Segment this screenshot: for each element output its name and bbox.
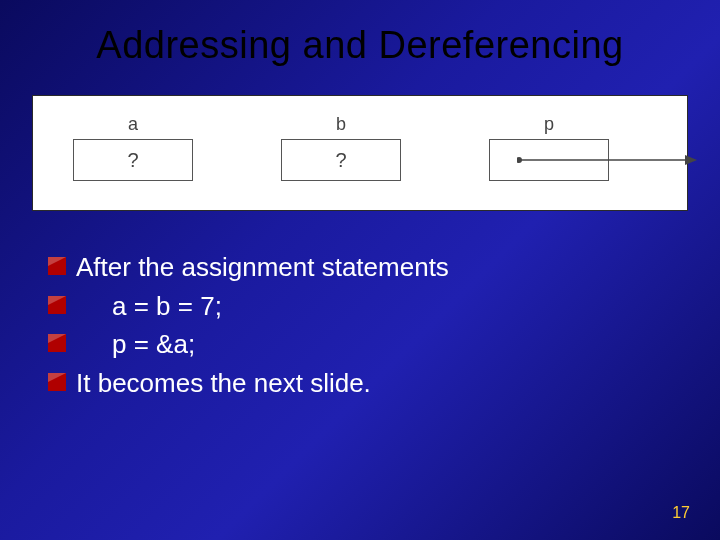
bullet-list: After the assignment statements a = b = …: [48, 251, 680, 399]
pointer-arrow-icon: [517, 154, 697, 174]
bullet-icon: [48, 334, 66, 352]
bullet-icon: [48, 296, 66, 314]
diagram-label-p: p: [489, 114, 609, 135]
svg-marker-2: [685, 155, 697, 165]
bullet-item: p = &a;: [48, 328, 680, 361]
memory-diagram: a ? b ? p: [32, 95, 688, 211]
diagram-box-b: ?: [281, 139, 401, 181]
bullet-icon: [48, 257, 66, 275]
page-number: 17: [672, 504, 690, 522]
slide-title: Addressing and Dereferencing: [0, 0, 720, 67]
diagram-cell-a: a ?: [73, 114, 193, 181]
diagram-label-a: a: [73, 114, 193, 135]
bullet-item: It becomes the next slide.: [48, 367, 680, 400]
diagram-label-b: b: [281, 114, 401, 135]
bullet-text: a = b = 7;: [76, 290, 222, 323]
svg-point-1: [517, 157, 522, 163]
bullet-icon: [48, 373, 66, 391]
bullet-text: It becomes the next slide.: [76, 367, 371, 400]
bullet-item: a = b = 7;: [48, 290, 680, 323]
bullet-text: p = &a;: [76, 328, 195, 361]
diagram-box-a: ?: [73, 139, 193, 181]
bullet-text: After the assignment statements: [76, 251, 449, 284]
diagram-cell-b: b ?: [281, 114, 401, 181]
bullet-item: After the assignment statements: [48, 251, 680, 284]
